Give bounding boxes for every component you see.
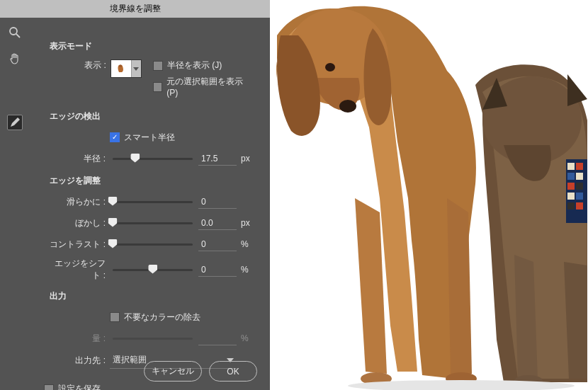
show-radius-label: 半径を表示 (J) <box>167 59 222 71</box>
show-original-label: 元の選択範囲を表示 (P) <box>166 76 252 98</box>
hand-tool-icon[interactable] <box>7 51 23 67</box>
save-settings-label: 設定を保存 <box>58 383 101 390</box>
feather-label: ぼかし : <box>50 217 110 229</box>
contrast-input[interactable] <box>198 238 237 251</box>
view-thumbnail <box>111 60 131 77</box>
decontaminate-checkbox[interactable] <box>110 312 120 322</box>
svg-rect-18 <box>576 183 583 190</box>
amount-label: 量 : <box>50 333 110 345</box>
shift-slider[interactable] <box>113 269 193 271</box>
feather-slider[interactable] <box>113 222 193 224</box>
smooth-label: 滑らかに : <box>50 196 110 208</box>
amount-input <box>198 332 237 345</box>
cancel-button[interactable]: キャンセル <box>144 361 202 382</box>
smooth-slider[interactable] <box>113 201 193 203</box>
smart-radius-checkbox[interactable] <box>110 132 120 142</box>
section-output: 出力 <box>50 290 252 302</box>
view-thumbnail-select[interactable] <box>111 59 142 78</box>
svg-rect-15 <box>567 173 575 180</box>
feather-input[interactable] <box>198 217 237 230</box>
shift-label: エッジをシフト : <box>50 258 110 282</box>
svg-rect-20 <box>576 193 583 200</box>
svg-line-1 <box>16 34 20 38</box>
radius-label: 半径 : <box>50 153 110 165</box>
section-edge-detect: エッジの検出 <box>50 110 252 122</box>
smooth-input[interactable] <box>198 195 237 209</box>
svg-point-6 <box>339 100 356 113</box>
svg-rect-19 <box>567 193 575 200</box>
shift-unit: % <box>237 265 252 275</box>
view-label: 表示 : <box>50 59 111 71</box>
canvas-preview[interactable] <box>270 0 588 390</box>
svg-rect-14 <box>576 163 583 170</box>
amount-slider <box>113 338 193 340</box>
ok-button[interactable]: OK <box>209 361 257 382</box>
show-original-checkbox[interactable] <box>153 82 162 92</box>
section-edge-adjust: エッジを調整 <box>50 175 252 187</box>
dialog-title: 境界線を調整 <box>0 0 270 18</box>
feather-unit: px <box>237 218 252 228</box>
svg-rect-22 <box>576 202 583 210</box>
save-settings-checkbox[interactable] <box>44 384 54 391</box>
shift-input[interactable] <box>198 263 237 277</box>
svg-point-3 <box>119 64 122 67</box>
svg-rect-21 <box>567 202 575 210</box>
section-view-mode: 表示モード <box>50 40 252 52</box>
svg-rect-16 <box>576 173 583 180</box>
radius-unit: px <box>237 154 252 164</box>
radius-input[interactable] <box>198 152 237 166</box>
radius-slider[interactable] <box>113 158 193 160</box>
amount-unit: % <box>237 333 252 343</box>
svg-rect-13 <box>567 163 575 170</box>
output-dest-label: 出力先 : <box>50 355 110 367</box>
zoom-tool-icon[interactable] <box>7 25 23 40</box>
contrast-slider[interactable] <box>113 243 193 246</box>
decontaminate-label: 不要なカラーの除去 <box>124 311 200 323</box>
contrast-label: コントラスト : <box>50 239 110 251</box>
chevron-down-icon <box>131 60 141 77</box>
svg-point-7 <box>325 63 335 71</box>
show-radius-checkbox[interactable] <box>153 61 163 71</box>
svg-rect-17 <box>567 183 575 190</box>
smart-radius-label: スマート半径 <box>124 132 175 144</box>
svg-point-0 <box>10 28 17 35</box>
contrast-unit: % <box>237 239 252 249</box>
output-dest-value: 選択範囲 <box>113 354 147 366</box>
refine-brush-tool-icon[interactable] <box>7 115 23 130</box>
